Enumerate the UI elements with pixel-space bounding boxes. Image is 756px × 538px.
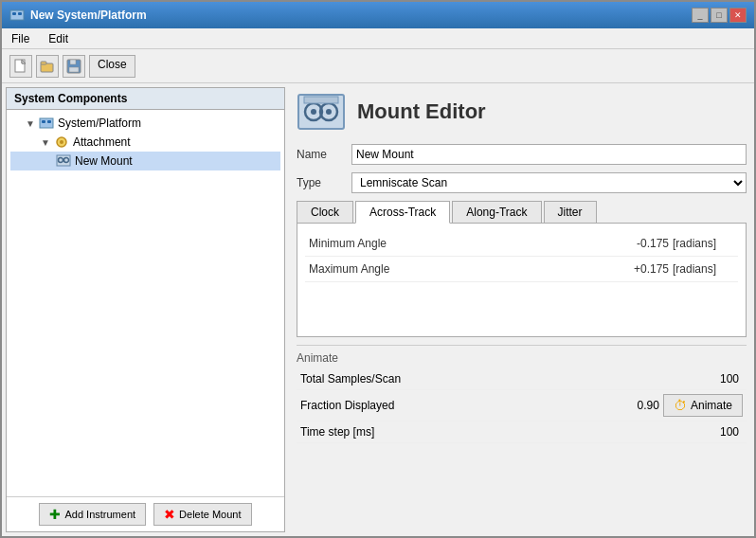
tree-item-system[interactable]: ▼ System/Platform <box>10 114 280 133</box>
menubar: File Edit <box>2 28 754 49</box>
menu-edit[interactable]: Edit <box>43 30 74 47</box>
close-button[interactable]: Close <box>89 55 135 78</box>
svg-rect-12 <box>47 120 51 123</box>
sidebar: System Components ▼ System/Platform ▼ <box>6 87 285 532</box>
delete-mount-button[interactable]: ✖ Delete Mount <box>153 503 251 526</box>
min-angle-value: -0.175 <box>597 237 673 250</box>
fraction-label: Fraction Displayed <box>300 399 587 412</box>
add-icon: ✚ <box>49 507 61 522</box>
editor-panel: Mount Editor Name Type Lemniscate Scan R… <box>289 83 754 536</box>
main-content: System Components ▼ System/Platform ▼ <box>2 83 754 536</box>
svg-rect-6 <box>41 62 46 64</box>
max-angle-unit: [radians] <box>673 262 734 276</box>
min-angle-label: Minimum Angle <box>309 237 597 250</box>
min-angle-row: Minimum Angle -0.175 [radians] <box>305 231 738 257</box>
attachment-icon <box>54 134 69 150</box>
mount-tree-icon <box>56 153 71 169</box>
svg-rect-10 <box>40 118 53 128</box>
name-label: Name <box>297 148 344 161</box>
name-row: Name <box>297 144 747 165</box>
sidebar-header: System Components <box>7 88 284 110</box>
main-window: New System/Platform _ □ ✕ File Edit <box>0 0 756 538</box>
name-input[interactable] <box>351 144 747 165</box>
toolbar: Close <box>2 49 754 83</box>
add-instrument-button[interactable]: ✚ Add Instrument <box>39 503 146 526</box>
timestep-value: 100 <box>667 425 743 439</box>
platform-icon <box>39 116 54 131</box>
component-tree: ▼ System/Platform ▼ Attachment <box>7 110 284 496</box>
svg-rect-2 <box>18 12 22 15</box>
title-icon <box>9 8 25 23</box>
tab-clock[interactable]: Clock <box>297 201 353 223</box>
timestep-label: Time step [ms] <box>300 425 667 439</box>
tree-label-attachment: Attachment <box>73 135 131 149</box>
editor-title: Mount Editor <box>357 99 486 124</box>
mount-editor-icon <box>297 91 346 133</box>
svg-rect-23 <box>304 97 338 103</box>
fraction-row: Fraction Displayed 0.90 ⏱ Animate <box>297 390 747 421</box>
tab-content: Minimum Angle -0.175 [radians] Maximum A… <box>297 224 747 337</box>
timestep-row: Time step [ms] 100 <box>297 421 747 443</box>
svg-rect-8 <box>70 60 76 64</box>
editor-header: Mount Editor <box>297 91 747 136</box>
delete-icon: ✖ <box>164 507 175 522</box>
svg-rect-11 <box>42 120 45 123</box>
animate-button[interactable]: ⏱ Animate <box>663 394 743 417</box>
save-button[interactable] <box>63 55 85 78</box>
type-select[interactable]: Lemniscate Scan Raster Scan Circular Sca… <box>351 172 747 193</box>
total-samples-value: 100 <box>667 372 743 386</box>
animate-button-label: Animate <box>691 399 732 412</box>
maximize-button[interactable]: □ <box>711 8 728 23</box>
expand-icon-2: ▼ <box>41 137 50 148</box>
tab-across-track[interactable]: Across-Track <box>355 201 450 224</box>
expand-icon: ▼ <box>26 118 35 129</box>
animate-section-label: Animate <box>297 351 747 365</box>
type-label: Type <box>297 176 344 189</box>
tree-label-mount: New Mount <box>75 154 133 168</box>
title-bar: New System/Platform _ □ ✕ <box>2 2 754 28</box>
svg-point-21 <box>311 109 316 115</box>
tabs: Clock Across-Track Along-Track Jitter <box>297 201 747 224</box>
fraction-value: 0.90 <box>587 399 663 412</box>
new-button[interactable] <box>9 55 32 78</box>
window-title: New System/Platform <box>30 9 147 22</box>
animate-clock-icon: ⏱ <box>674 398 687 413</box>
max-angle-value: +0.175 <box>597 262 673 276</box>
min-angle-unit: [radians] <box>673 237 734 250</box>
max-angle-label: Maximum Angle <box>309 262 597 276</box>
menu-file[interactable]: File <box>6 30 35 47</box>
svg-point-22 <box>326 109 332 115</box>
type-row: Type Lemniscate Scan Raster Scan Circula… <box>297 172 747 193</box>
svg-rect-0 <box>10 10 24 20</box>
total-samples-label: Total Samples/Scan <box>300 372 667 386</box>
svg-point-14 <box>60 140 63 144</box>
svg-rect-9 <box>69 67 79 72</box>
window-close-button[interactable]: ✕ <box>729 8 747 23</box>
tree-label-system: System/Platform <box>58 117 141 130</box>
tree-item-attachment[interactable]: ▼ Attachment <box>10 133 280 152</box>
animate-section: Animate Total Samples/Scan 100 Fraction … <box>297 345 747 443</box>
svg-rect-1 <box>12 12 16 15</box>
tree-item-mount[interactable]: New Mount <box>10 152 280 170</box>
tab-jitter[interactable]: Jitter <box>544 201 597 223</box>
total-samples-row: Total Samples/Scan 100 <box>297 368 747 390</box>
max-angle-row: Maximum Angle +0.175 [radians] <box>305 257 738 282</box>
tab-along-track[interactable]: Along-Track <box>452 201 541 223</box>
minimize-button[interactable]: _ <box>692 8 709 23</box>
open-button[interactable] <box>36 55 59 78</box>
sidebar-footer: ✚ Add Instrument ✖ Delete Mount <box>7 496 284 531</box>
